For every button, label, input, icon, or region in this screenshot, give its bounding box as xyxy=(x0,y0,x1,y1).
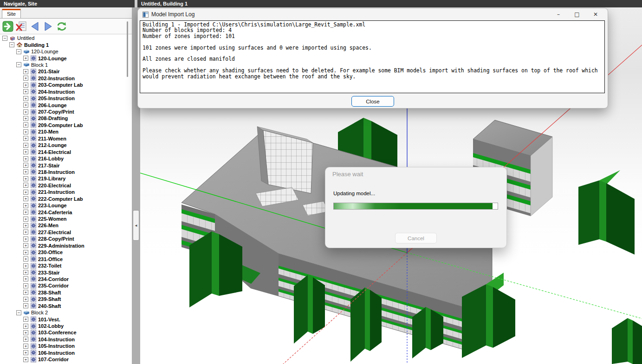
expand-toggle-icon[interactable]: + xyxy=(23,143,28,148)
tree-item[interactable]: + 203-Computer Lab xyxy=(0,82,132,88)
expand-toggle-icon[interactable]: + xyxy=(23,109,28,115)
cancel-button[interactable]: Cancel xyxy=(395,233,437,243)
expand-toggle-icon[interactable]: + xyxy=(23,136,28,141)
expand-toggle-icon[interactable]: + xyxy=(23,156,28,161)
tree-item[interactable]: + 222-Computer Lab xyxy=(0,196,132,202)
tree-item[interactable]: + 206-Lounge xyxy=(0,102,132,108)
expand-toggle-icon[interactable]: − xyxy=(16,49,21,54)
expand-toggle-icon[interactable]: − xyxy=(9,42,14,47)
expand-toggle-icon[interactable]: + xyxy=(23,243,28,248)
tree-item[interactable]: + 238-Shaft xyxy=(0,289,132,296)
expand-toggle-icon[interactable]: + xyxy=(23,217,28,222)
tree-item[interactable]: + 208-Drafting xyxy=(0,115,132,121)
expand-toggle-icon[interactable]: + xyxy=(23,230,28,235)
tree-item[interactable]: + 103-Conference xyxy=(0,329,132,336)
collapse-panel-handle[interactable]: ◄ xyxy=(133,210,139,241)
expand-toggle-icon[interactable]: + xyxy=(23,102,28,108)
tree-item[interactable]: + 240-Shaft xyxy=(0,303,132,309)
expand-toggle-icon[interactable]: + xyxy=(23,83,28,88)
tree-item[interactable]: + 217-Stair xyxy=(0,162,132,168)
tree-item[interactable]: + 106-Instruction xyxy=(0,350,132,356)
expand-toggle-icon[interactable]: + xyxy=(23,149,28,154)
tree-item[interactable]: + 232-Toilet xyxy=(0,262,132,269)
expand-toggle-icon[interactable]: + xyxy=(23,169,28,174)
expand-toggle-icon[interactable]: + xyxy=(23,270,28,275)
tree-item[interactable]: + 209-Computer Lab xyxy=(0,122,132,128)
expand-toggle-icon[interactable]: + xyxy=(23,290,28,295)
tree-item[interactable]: + 228-Copy/Print xyxy=(0,236,132,242)
tree-item[interactable]: + 210-Men xyxy=(0,128,132,135)
close-button[interactable]: Close xyxy=(351,96,394,107)
previous-icon[interactable] xyxy=(29,20,41,32)
expand-toggle-icon[interactable]: + xyxy=(23,69,28,74)
tree-item[interactable]: + 205-Instruction xyxy=(0,95,132,102)
expand-toggle-icon[interactable]: + xyxy=(23,256,28,262)
tree-item[interactable]: + 101-Vest. xyxy=(0,316,132,322)
expand-toggle-icon[interactable]: + xyxy=(23,250,28,255)
expand-toggle-icon[interactable]: + xyxy=(23,276,28,281)
tree-item[interactable]: − 120-Lounge xyxy=(0,48,132,55)
expand-toggle-icon[interactable]: + xyxy=(23,317,28,322)
expand-toggle-icon[interactable]: + xyxy=(23,263,28,268)
expand-toggle-icon[interactable]: + xyxy=(23,122,28,128)
tree-item[interactable]: + 212-Lounge xyxy=(0,142,132,148)
expand-toggle-icon[interactable]: + xyxy=(23,89,28,94)
refresh-icon[interactable] xyxy=(56,20,68,32)
tree-item[interactable]: − Building 1 xyxy=(0,41,132,48)
tree-item[interactable]: + 216-Lobby xyxy=(0,155,132,162)
tree-item[interactable]: + 224-Caferteria xyxy=(0,209,132,215)
tree-item[interactable]: + 211-Women xyxy=(0,135,132,142)
tree-item[interactable]: + 227-Electrical xyxy=(0,229,132,236)
tree-item[interactable]: + 214-Electrical xyxy=(0,148,132,155)
tree-item[interactable]: + 239-Shaft xyxy=(0,296,132,302)
expand-toggle-icon[interactable]: − xyxy=(16,62,21,67)
expand-toggle-icon[interactable]: + xyxy=(23,344,28,349)
expand-toggle-icon[interactable]: + xyxy=(23,210,28,215)
expand-toggle-icon[interactable]: + xyxy=(23,297,28,302)
tree-item[interactable]: + 219-Library xyxy=(0,175,132,182)
expand-toggle-icon[interactable]: + xyxy=(23,116,28,121)
expand-toggle-icon[interactable]: + xyxy=(23,163,28,168)
remove-list-icon[interactable] xyxy=(15,20,27,32)
expand-toggle-icon[interactable]: + xyxy=(23,324,28,329)
import-model-icon[interactable] xyxy=(2,20,14,32)
minimize-button[interactable]: – xyxy=(549,8,568,20)
tree-item[interactable]: + 207-Copy/Print xyxy=(0,109,132,115)
tree-item[interactable]: − Block 2 xyxy=(0,309,132,316)
tree-item[interactable]: + 220-Electrical xyxy=(0,182,132,189)
tree-item[interactable]: − Block 1 xyxy=(0,62,132,68)
expand-toggle-icon[interactable]: + xyxy=(23,96,28,101)
expand-toggle-icon[interactable]: + xyxy=(23,196,28,201)
expand-toggle-icon[interactable]: + xyxy=(23,203,28,208)
expand-toggle-icon[interactable]: + xyxy=(23,350,28,355)
expand-toggle-icon[interactable]: + xyxy=(23,283,28,288)
expand-toggle-icon[interactable]: + xyxy=(23,303,28,308)
tree-item[interactable]: + 226-Men xyxy=(0,222,132,229)
tree-item[interactable]: + 218-Instruction xyxy=(0,169,132,175)
tree-item[interactable]: − Untitled xyxy=(0,35,132,41)
expand-toggle-icon[interactable]: + xyxy=(23,183,28,188)
tree-item[interactable]: + 221-Instruction xyxy=(0,189,132,195)
tree-item[interactable]: + 229-Administration xyxy=(0,243,132,249)
import-log-text[interactable]: Building 1 - Imported C:\Users\Chris\sim… xyxy=(140,20,605,93)
tree-item[interactable]: + 233-Stair xyxy=(0,269,132,275)
tree-item[interactable]: + 230-Office xyxy=(0,249,132,255)
tree-item[interactable]: + 201-Stair xyxy=(0,68,132,75)
expand-toggle-icon[interactable]: + xyxy=(23,129,28,134)
expand-toggle-icon[interactable]: + xyxy=(23,56,28,61)
tree-item[interactable]: + 104-Instruction xyxy=(0,336,132,343)
expand-toggle-icon[interactable]: + xyxy=(23,176,28,181)
tree-item[interactable]: + 105-Instruction xyxy=(0,343,132,349)
tree-item[interactable]: + 102-Lobby xyxy=(0,323,132,329)
expand-toggle-icon[interactable]: + xyxy=(23,76,28,81)
expand-toggle-icon[interactable]: + xyxy=(23,236,28,242)
close-window-button[interactable]: ✕ xyxy=(586,8,605,20)
expand-toggle-icon[interactable]: + xyxy=(23,330,28,335)
tree-item[interactable]: + 235-Corridor xyxy=(0,282,132,289)
next-icon[interactable] xyxy=(42,20,54,32)
tree-scrollbar[interactable] xyxy=(127,21,128,77)
tree-item[interactable]: + 120-Lounge xyxy=(0,55,132,61)
expand-toggle-icon[interactable]: + xyxy=(23,190,28,195)
tree-item[interactable]: + 234-Corridor xyxy=(0,276,132,282)
tree-item[interactable]: + 223-Lounge xyxy=(0,202,132,209)
